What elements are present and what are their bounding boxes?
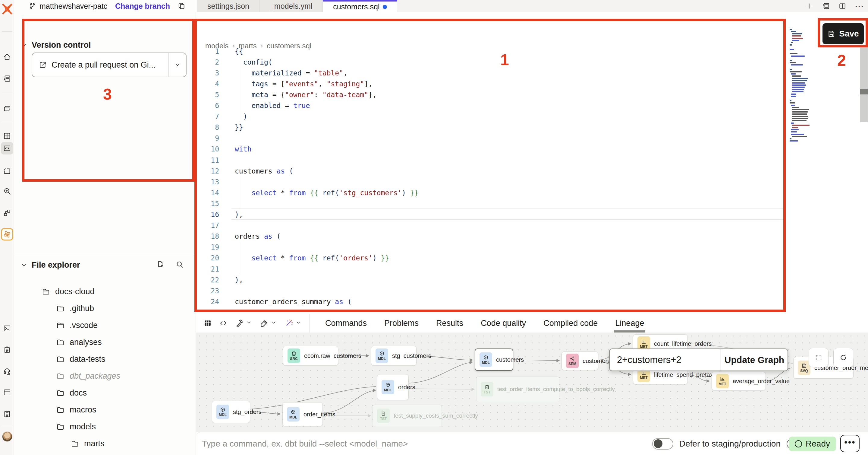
copy-icon[interactable]	[178, 2, 186, 10]
lineage-node-test-order-items[interactable]: TSTtest_order_items_compute_to_bools_cor…	[476, 376, 559, 402]
tab-customers-sql[interactable]: customers.sql	[323, 0, 397, 12]
user-avatar[interactable]	[2, 431, 12, 442]
code-line-6[interactable]: 6 enabled = true	[196, 100, 850, 111]
code-line-7[interactable]: 7 )	[196, 111, 850, 122]
search-scope-icon[interactable]	[1, 185, 13, 198]
clipboard-icon[interactable]	[1, 344, 13, 356]
notebook-icon[interactable]	[1, 73, 13, 85]
tree-item--github[interactable]: .github	[56, 302, 94, 314]
code-line-21[interactable]: 21	[196, 263, 850, 275]
fullscreen-button[interactable]	[809, 348, 829, 367]
notebook-panel-icon[interactable]	[822, 2, 830, 10]
flow-icon[interactable]	[1, 207, 13, 219]
lineage-node-customers-semantic[interactable]: SEMcustomers	[561, 351, 598, 370]
lineage-node-test-supply-costs[interactable]: TSTtest_supply_costs_sum_correctly	[373, 405, 442, 427]
code-line-15[interactable]: 15	[196, 198, 850, 209]
code-line-16[interactable]: 16),	[196, 209, 850, 220]
scrollbar-track[interactable]	[860, 47, 868, 122]
terminal-icon[interactable]	[1, 322, 13, 335]
code-line-14[interactable]: 14 select * from {{ ref('stg_customers')…	[196, 187, 850, 198]
browser-icon[interactable]	[1, 386, 13, 399]
code-line-4[interactable]: 4 tags = ["events", "staging"],	[196, 78, 850, 89]
minimap[interactable]	[789, 29, 817, 155]
tree-item-docs[interactable]: docs	[56, 387, 87, 399]
version-control-header[interactable]: Version control	[21, 40, 91, 50]
scrollbar-thumb[interactable]	[860, 89, 868, 94]
create-pull-request-main[interactable]: Create a pull request on Gi...	[32, 53, 168, 77]
save-button[interactable]: Save	[823, 23, 864, 45]
more-icon[interactable]: ⋯	[855, 1, 864, 11]
code-window-icon[interactable]	[1, 142, 13, 154]
lineage-canvas[interactable]: SRCecom.raw_customersMDLstg_customersMDL…	[196, 333, 868, 432]
code-line-23[interactable]: 23	[196, 285, 850, 296]
code-icon[interactable]	[219, 319, 227, 327]
atom-icon[interactable]	[1, 228, 13, 240]
dbt-logo-icon[interactable]	[1, 3, 13, 15]
tree-item-docs-cloud[interactable]: docs-cloud	[42, 285, 95, 297]
new-file-icon[interactable]	[156, 260, 164, 268]
code-editor[interactable]: models›marts›customers.sql 1{{2 config(3…	[196, 12, 868, 314]
tree-item-dbt-packages[interactable]: dbt_packages	[56, 370, 120, 382]
code-line-5[interactable]: 5 meta = {"owner": "data-team"},	[196, 89, 850, 100]
panel-tab-results[interactable]: Results	[436, 314, 463, 333]
search-icon[interactable]	[176, 260, 184, 268]
code-line-10[interactable]: 10with	[196, 144, 850, 155]
tab--models-yml[interactable]: _models.yml	[260, 0, 323, 12]
change-branch-link[interactable]: Change branch	[115, 2, 170, 10]
code-line-11[interactable]: 11	[196, 154, 850, 166]
ai-fix-icon[interactable]	[284, 319, 301, 328]
refresh-graph-button[interactable]	[833, 348, 853, 367]
code-line-17[interactable]: 17	[196, 220, 850, 231]
code-line-22[interactable]: 22),	[196, 274, 850, 285]
lineage-node-ecom-raw-customers[interactable]: SRCecom.raw_customers	[283, 346, 338, 366]
lineage-node-stg-customers[interactable]: MDLstg_customers	[371, 346, 416, 366]
lineage-node-order-items[interactable]: MDLorder_items	[282, 402, 323, 426]
tree-item-marts[interactable]: marts	[71, 437, 104, 450]
code-line-8[interactable]: 8}}	[196, 122, 850, 133]
tree-item-macros[interactable]: macros	[56, 404, 96, 416]
lineage-search-input[interactable]: 2+customers+2	[610, 349, 721, 371]
code-line-1[interactable]: 1{{	[196, 46, 850, 57]
lineage-node-orders-model[interactable]: MDLorders	[377, 374, 409, 400]
results-table-icon[interactable]	[204, 319, 212, 327]
home-icon[interactable]	[1, 51, 13, 63]
code-line-19[interactable]: 19	[196, 242, 850, 253]
pull-request-dropdown-button[interactable]	[168, 53, 186, 77]
tree-item-models[interactable]: models	[56, 421, 96, 433]
code-line-9[interactable]: 9	[196, 133, 850, 144]
stack-icon[interactable]	[1, 102, 13, 114]
lineage-node-average-order-value[interactable]: METaverage_order_value	[712, 372, 766, 391]
code-line-24[interactable]: 24customer_orders_summary as (	[196, 296, 850, 307]
split-view-icon[interactable]	[838, 2, 846, 10]
status-more-button[interactable]: •••	[840, 435, 860, 452]
update-graph-button[interactable]: Update Graph	[721, 349, 787, 371]
create-pull-request-button[interactable]: Create a pull request on Gi...	[32, 53, 187, 77]
code-line-2[interactable]: 2 config(	[196, 56, 850, 67]
tree-item-data-tests[interactable]: data-tests	[56, 353, 105, 365]
panel-tab-problems[interactable]: Problems	[384, 314, 418, 333]
lineage-node-stg-orders[interactable]: MDLstg_orders	[212, 401, 250, 423]
building-icon[interactable]	[1, 408, 13, 420]
new-tab-icon[interactable]	[806, 2, 814, 10]
panel-tab-compiled-code[interactable]: Compiled code	[544, 314, 598, 333]
code-line-13[interactable]: 13	[196, 176, 850, 188]
tab-settings-json[interactable]: settings.json	[197, 0, 260, 12]
command-input[interactable]: Type a command, ex. dbt build --select <…	[202, 439, 408, 449]
file-explorer-header[interactable]: File explorer	[21, 260, 80, 270]
tree-item--vscode[interactable]: .vscode	[56, 319, 98, 331]
build-tools-icon[interactable]	[235, 319, 252, 328]
panel-tab-lineage[interactable]: Lineage	[615, 314, 644, 333]
lineage-node-customers-model[interactable]: MDLcustomers	[475, 348, 513, 371]
panel-tab-code-quality[interactable]: Code quality	[481, 314, 526, 333]
defer-toggle[interactable]	[652, 438, 673, 450]
code-line-12[interactable]: 12customers as (	[196, 165, 850, 176]
code-line-20[interactable]: 20 select * from {{ ref('orders') }}	[196, 253, 850, 264]
format-icon[interactable]	[260, 319, 277, 328]
dashed-window-icon[interactable]	[1, 165, 13, 178]
code-line-3[interactable]: 3 materialized = "table",	[196, 67, 850, 79]
headset-icon[interactable]	[1, 365, 13, 377]
grid-icon[interactable]	[1, 130, 13, 142]
code-line-18[interactable]: 18orders as (	[196, 231, 850, 242]
tree-item-analyses[interactable]: analyses	[56, 336, 102, 348]
panel-tab-commands[interactable]: Commands	[325, 314, 367, 333]
